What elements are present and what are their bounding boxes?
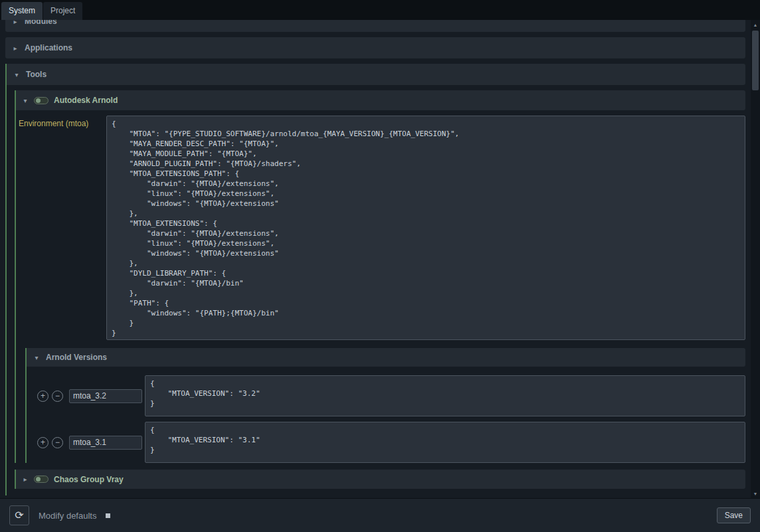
group-arnold-versions: ▾ Arnold Versions + − { "MTOA_VERSION": … <box>25 348 745 463</box>
settings-window: System Project ▸ Modules ▸ Applications … <box>0 0 760 532</box>
section-header-applications[interactable]: ▸ Applications <box>5 37 745 58</box>
scroll-up-button[interactable]: ▲ <box>751 20 760 29</box>
modify-defaults-indicator <box>106 513 110 518</box>
version-row-0: + − { "MTOA_VERSION": "3.2" } <box>27 375 745 416</box>
group-title-arnold-versions: Arnold Versions <box>46 353 107 362</box>
section-header-tools[interactable]: ▾ Tools <box>7 64 745 85</box>
enabled-toggle-icon[interactable] <box>34 97 48 104</box>
row-buttons: + − <box>37 437 63 448</box>
environment-label: Environment (mtoa) <box>19 116 102 340</box>
enabled-toggle-icon[interactable] <box>34 476 48 483</box>
group-chaos-vray: ▸ Chaos Group Vray <box>15 470 745 489</box>
expanded-arrow-icon: ▾ <box>13 71 20 78</box>
save-button[interactable]: Save <box>717 507 751 523</box>
add-item-button[interactable]: + <box>37 391 48 402</box>
tools-body: ▾ Autodesk Arnold Environment (mtoa) { "… <box>7 85 745 495</box>
collapsed-arrow-icon: ▸ <box>22 476 29 483</box>
tab-bar: System Project <box>0 0 760 20</box>
environment-row: Environment (mtoa) { "MTOA": "{PYPE_STUD… <box>19 116 745 340</box>
remove-item-button[interactable]: − <box>52 437 63 448</box>
section-label-tools: Tools <box>26 70 47 79</box>
section-label-modules: Modules <box>25 20 57 26</box>
footer-bar: ⟳ Modify defaults Save <box>0 499 760 532</box>
refresh-button[interactable]: ⟳ <box>9 505 29 525</box>
version-row-1: + − { "MTOA_VERSION": "3.1" } <box>27 422 745 463</box>
add-item-button[interactable]: + <box>37 437 48 448</box>
refresh-icon: ⟳ <box>15 509 23 521</box>
row-buttons: + − <box>37 391 63 402</box>
version-key-input[interactable] <box>69 389 142 403</box>
toggle-knob <box>36 98 41 103</box>
scroll-down-button[interactable]: ▼ <box>751 489 760 498</box>
section-header-modules[interactable]: ▸ Modules <box>5 20 745 32</box>
group-header-arnold-versions[interactable]: ▾ Arnold Versions <box>27 348 745 367</box>
toggle-knob <box>36 477 41 482</box>
vertical-scrollbar[interactable]: ▲ ▼ <box>751 20 760 498</box>
tab-system[interactable]: System <box>1 2 43 20</box>
group-title-autodesk-arnold: Autodesk Arnold <box>54 96 118 105</box>
environment-json-textarea[interactable]: { "MTOA": "{PYPE_STUDIO_SOFTWARE}/arnold… <box>106 116 745 340</box>
collapsed-arrow-icon: ▸ <box>12 20 19 25</box>
group-header-autodesk-arnold[interactable]: ▾ Autodesk Arnold <box>16 90 745 110</box>
version-key-input[interactable] <box>69 436 142 450</box>
group-autodesk-arnold: ▾ Autodesk Arnold Environment (mtoa) { "… <box>15 90 745 463</box>
group-header-chaos-vray[interactable]: ▸ Chaos Group Vray <box>16 470 745 489</box>
version-value-textarea[interactable]: { "MTOA_VERSION": "3.1" } <box>145 422 745 463</box>
scrollbar-thumb[interactable] <box>752 31 759 90</box>
section-label-applications: Applications <box>25 43 72 52</box>
remove-item-button[interactable]: − <box>52 391 63 402</box>
section-tools: ▾ Tools ▾ Autodesk Arnold Environment (m… <box>5 64 745 495</box>
expanded-arrow-icon: ▾ <box>33 354 40 361</box>
settings-scroll-area: ▸ Modules ▸ Applications ▾ Tools ▾ <box>0 20 760 499</box>
expanded-arrow-icon: ▾ <box>22 97 29 104</box>
collapsed-arrow-icon: ▸ <box>12 44 19 52</box>
tab-project[interactable]: Project <box>43 2 82 20</box>
modify-defaults-label: Modify defaults <box>39 511 96 521</box>
settings-content: ▸ Modules ▸ Applications ▾ Tools ▾ <box>0 20 751 498</box>
version-value-textarea[interactable]: { "MTOA_VERSION": "3.2" } <box>145 375 745 416</box>
group-title-chaos-vray: Chaos Group Vray <box>54 475 124 484</box>
